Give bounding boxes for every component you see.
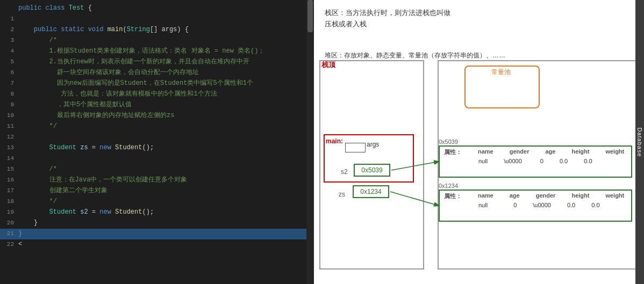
h-height-5039: height <box>571 148 589 156</box>
code-line: 16 注意：在Java中，一个类可以创建任意多个对象 <box>0 175 306 186</box>
obj1234-headers: 属性： name age gender height weight <box>440 191 631 202</box>
h-name-5039: name <box>478 148 493 156</box>
code-line: 22< <box>0 239 306 250</box>
stack-description: 栈区：当方法执行时，则方法进栈也叫做压栈或者入栈 <box>325 8 450 30</box>
code-line: 19 Student s2 = new Student(); <box>0 207 306 218</box>
line-content: */ <box>17 121 304 132</box>
line-content: */ <box>17 196 304 207</box>
scroll-strip[interactable] <box>306 0 314 284</box>
h-name-1234: name <box>478 192 493 200</box>
line-content: ，其中5个属性都是默认值 <box>17 100 304 110</box>
code-line: 10 最后将右侧对象的内存地址赋给左侧的zs <box>0 111 306 121</box>
v-weight-1234: 0.0 <box>591 202 599 208</box>
code-line: 6 辟一块空间存储该对象，会自动分配一个内存地址 <box>0 68 306 78</box>
line-number: 12 <box>2 132 17 142</box>
code-line: 1 <box>0 14 306 25</box>
heap-description: 堆区：存放对象、静态变量、常量池（存放字符串的值）、…… <box>325 51 505 60</box>
database-sidebar: Database <box>635 0 644 284</box>
h-age-1234: age <box>510 192 520 200</box>
database-label-text: Database <box>636 127 643 157</box>
h-weight-5039: weight <box>605 148 624 156</box>
v-age-1234: 0 <box>513 202 517 208</box>
code-line: 15 /* <box>0 164 306 175</box>
code-line: 12 <box>0 132 306 143</box>
v-weight-5039: 0.0 <box>584 158 592 164</box>
line-number: 1 <box>2 14 17 24</box>
v-height-1234: 0.0 <box>567 202 575 208</box>
line-number: 2 <box>2 25 17 35</box>
h-gender-1234: gender <box>536 192 556 200</box>
zs-value-box: 0x1234 <box>353 185 389 198</box>
code-line: 21} <box>0 229 306 239</box>
v-name-5039: null <box>478 158 488 164</box>
v-age-5039: 0 <box>540 158 543 164</box>
line-number <box>2 3 17 4</box>
h-age-5039: age <box>545 148 555 156</box>
obj1234-values: null 0 \u0000 0.0 0.0 <box>440 202 631 208</box>
const-pool-label: 常量池 <box>491 68 511 77</box>
diagram-panel: 栈区：当方法执行时，则方法进栈也叫做压栈或者入栈 堆区：存放对象、静态变量、常量… <box>314 0 644 284</box>
code-line: 3 /* <box>0 35 306 46</box>
line-content: 辟一块空间存储该对象，会自动分配一个内存地址 <box>17 68 304 78</box>
obj5039-address: 0x5039 <box>439 139 458 145</box>
zs-label: zs <box>339 191 345 198</box>
line-content: 1.根据Student类来创建对象，语法格式：类名 对象名 = new 类名()… <box>17 46 304 56</box>
v-gender-1234: \u0000 <box>533 202 551 208</box>
code-line: 20 } <box>0 218 306 229</box>
code-editor: public class Test {12 public static void… <box>0 0 306 284</box>
code-line: 14 <box>0 154 306 164</box>
obj1234-address: 0x1234 <box>439 183 458 189</box>
line-content: 注意：在Java中，一个类可以创建任意多个对象 <box>17 175 304 185</box>
line-number: 19 <box>2 207 17 217</box>
line-content: } <box>17 229 304 239</box>
code-line: 18 */ <box>0 196 306 207</box>
code-line: 8 方法，也就是：该对象就有模板中的5个属性和1个方法 <box>0 89 306 100</box>
line-number: 11 <box>2 121 17 132</box>
code-line: public class Test { <box>0 3 306 14</box>
code-line: 2 public static void main(String[] args)… <box>0 25 306 35</box>
obj1234-box: 属性： name age gender height weight null 0… <box>439 190 632 222</box>
line-number: 20 <box>2 218 17 228</box>
line-number: 21 <box>2 229 17 239</box>
line-number: 17 <box>2 186 17 196</box>
args-box <box>345 143 366 152</box>
line-content: /* <box>17 164 304 174</box>
main-frame-label: main: <box>326 137 343 145</box>
args-label: args <box>367 141 379 148</box>
code-line: 13 Student zs = new Student(); <box>0 143 306 154</box>
code-line: 17 创建第二个学生对象 <box>0 186 306 196</box>
line-content: 2.当执行new时，则表示创建一个新的对象，并且会自动在堆内存中开 <box>17 57 304 67</box>
line-content: public static void main(String[] args) { <box>17 25 304 35</box>
v-height-5039: 0.0 <box>560 158 568 164</box>
line-content: public class Test { <box>17 3 304 13</box>
obj5039-values: null \u0000 0 0.0 0.0 <box>440 158 631 164</box>
line-number: 14 <box>2 154 17 164</box>
line-number: 16 <box>2 175 17 185</box>
line-number: 22 <box>2 239 17 250</box>
prop-label-5039: 属性： <box>444 148 462 156</box>
line-number: 18 <box>2 196 17 207</box>
v-gender-5039: \u0000 <box>504 158 522 164</box>
obj5039-headers: 属性： name gender age height weight <box>440 147 631 158</box>
line-content: } <box>17 218 304 228</box>
s2-value-box: 0x5039 <box>354 164 390 177</box>
code-line: 5 2.当执行new时，则表示创建一个新的对象，并且会自动在堆内存中开 <box>0 57 306 68</box>
line-number: 15 <box>2 164 17 174</box>
code-line: 11 */ <box>0 121 306 132</box>
h-height-1234: height <box>571 192 589 200</box>
code-line: 4 1.根据Student类来创建对象，语法格式：类名 对象名 = new 类名… <box>0 46 306 57</box>
h-gender-5039: gender <box>510 148 529 156</box>
stack-top-label: 栈顶 <box>321 60 335 70</box>
line-number: 6 <box>2 68 17 78</box>
v-name-1234: null <box>478 202 488 208</box>
line-content: Student s2 = new Student(); <box>17 207 304 217</box>
s2-label: s2 <box>341 168 348 176</box>
line-number: 9 <box>2 100 17 110</box>
prop-label-1234: 属性： <box>444 192 462 200</box>
line-content: Student zs = new Student(); <box>17 143 304 153</box>
code-line: 7 因为new后面编写的是Student，在Student类中编写5个属性和1个 <box>0 78 306 89</box>
line-content: 最后将右侧对象的内存地址赋给左侧的zs <box>17 111 304 121</box>
line-number: 8 <box>2 89 17 99</box>
obj5039-box: 属性： name gender age height weight null \… <box>439 145 632 178</box>
line-content: < <box>17 239 304 250</box>
